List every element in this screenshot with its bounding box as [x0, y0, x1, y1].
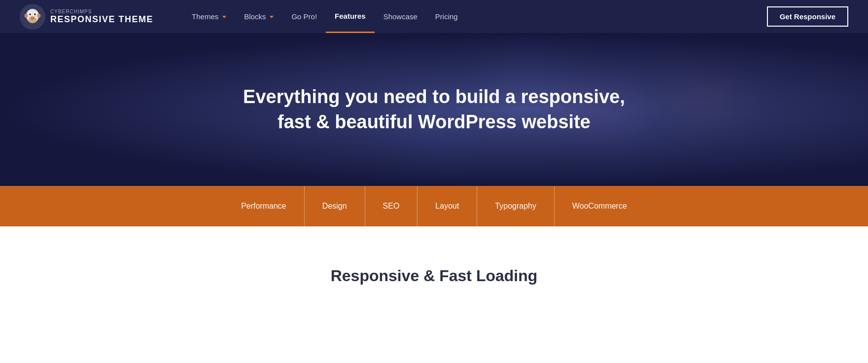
- logo-subtitle: cyberchimps: [50, 9, 153, 14]
- feature-tabs-bar: Performance Design SEO Layout Typography…: [0, 186, 868, 226]
- tab-seo[interactable]: SEO: [365, 186, 418, 226]
- section-title: Responsive & Fast Loading: [331, 267, 538, 285]
- tab-layout[interactable]: Layout: [417, 186, 477, 226]
- nav-features[interactable]: Features: [326, 0, 375, 33]
- feature-tabs: Performance Design SEO Layout Typography…: [223, 186, 645, 226]
- svg-point-6: [34, 13, 36, 15]
- tab-woocommerce[interactable]: WooCommerce: [555, 186, 645, 226]
- logo-icon: [20, 4, 45, 30]
- svg-point-8: [25, 14, 28, 18]
- nav-gopro[interactable]: Go Pro!: [282, 0, 326, 33]
- nav-blocks[interactable]: Blocks: [235, 0, 282, 33]
- nav-showcase[interactable]: Showcase: [375, 0, 426, 33]
- logo-title: RESPONSIVE THEME: [50, 14, 153, 25]
- nav-themes[interactable]: Themes: [183, 0, 235, 33]
- tab-design[interactable]: Design: [305, 186, 365, 226]
- svg-point-7: [30, 16, 35, 19]
- blocks-dropdown-icon: [270, 16, 274, 18]
- navigation: cyberchimps RESPONSIVE THEME Themes Bloc…: [0, 0, 868, 33]
- themes-dropdown-icon: [222, 16, 226, 18]
- svg-point-5: [29, 13, 31, 15]
- tab-typography[interactable]: Typography: [477, 186, 555, 226]
- nav-links: Themes Blocks Go Pro! Features Showcase …: [183, 0, 767, 33]
- nav-pricing[interactable]: Pricing: [426, 0, 467, 33]
- tab-performance[interactable]: Performance: [223, 186, 305, 226]
- content-section: Responsive & Fast Loading: [0, 226, 868, 315]
- svg-point-9: [37, 14, 41, 18]
- hero-title: Everything you need to build a responsiv…: [243, 84, 625, 135]
- hero-section: Everything you need to build a responsiv…: [0, 33, 868, 186]
- logo[interactable]: cyberchimps RESPONSIVE THEME: [20, 4, 153, 30]
- get-responsive-button[interactable]: Get Responsive: [767, 6, 848, 27]
- hero-content: Everything you need to build a responsiv…: [233, 84, 635, 135]
